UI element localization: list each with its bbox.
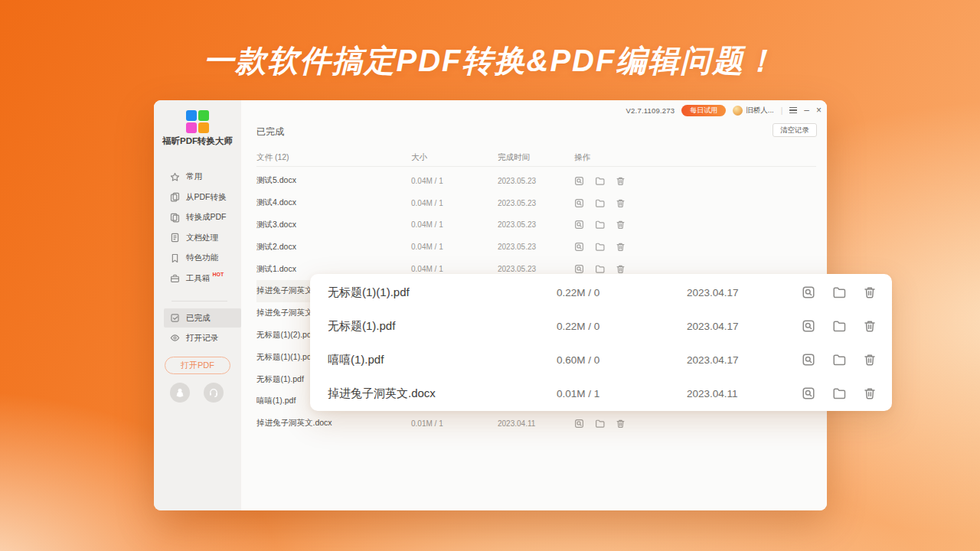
sidebar-item-doc-process[interactable]: 文档处理: [154, 228, 241, 249]
table-header: 文件 (12) 大小 完成时间 操作: [256, 148, 816, 167]
hot-badge: HOT: [213, 272, 224, 277]
magnified-rows-panel: 无标题(1)(1).pdf 0.22M / 0 2023.04.17 无标题(1…: [310, 274, 892, 411]
preview-icon[interactable]: [574, 176, 584, 186]
folder-icon[interactable]: [595, 176, 605, 186]
overlay-row[interactable]: 无标题(1).pdf 0.22M / 0 2023.04.17: [310, 309, 892, 343]
account-menu[interactable]: 旧桥人...: [733, 106, 773, 116]
qq-contact-button[interactable]: [170, 383, 190, 403]
table-row[interactable]: 测试5.docx 0.04M / 1 2023.05.23: [256, 170, 816, 192]
trash-icon[interactable]: [616, 242, 626, 252]
qq-penguin-icon: [175, 387, 185, 398]
table-row[interactable]: 测试4.docx 0.04M / 1 2023.05.23: [256, 192, 816, 214]
trash-icon[interactable]: [616, 264, 626, 274]
page-title: 已完成: [256, 126, 284, 139]
folder-icon[interactable]: [595, 264, 605, 274]
version-label: V2.7.1109.273: [626, 106, 675, 115]
sidebar: 福昕PDF转换大师 常用 从PDF转换 转换成PDF 文档处理 特色功能: [154, 100, 241, 510]
trash-icon[interactable]: [616, 220, 626, 230]
headset-icon: [208, 387, 219, 398]
overlay-row[interactable]: 掉进兔子洞英文.docx 0.01M / 1 2023.04.11: [310, 377, 892, 410]
folder-icon[interactable]: [832, 386, 846, 400]
avatar: [733, 106, 743, 116]
preview-icon[interactable]: [574, 242, 584, 252]
table-row[interactable]: 测试3.docx 0.04M / 1 2023.05.23: [256, 214, 816, 236]
sidebar-item-label: 打开记录: [186, 333, 218, 344]
folder-icon[interactable]: [595, 198, 605, 208]
open-pdf-button[interactable]: 打开PDF: [165, 357, 230, 374]
eye-icon: [170, 333, 180, 343]
sidebar-item-label: 常用: [186, 171, 202, 182]
trash-icon[interactable]: [863, 285, 877, 299]
sidebar-item-toolbox[interactable]: 工具箱 HOT: [154, 269, 241, 289]
sidebar-item-label: 特色功能: [186, 253, 218, 263]
window-titlebar: V2.7.1109.273 每日试用 旧桥人... | – ×: [626, 104, 822, 116]
sidebar-item-label: 转换成PDF: [186, 212, 227, 223]
folder-icon[interactable]: [832, 285, 846, 299]
sidebar-menu: 常用 从PDF转换 转换成PDF 文档处理 特色功能 工具箱 HOT: [154, 167, 241, 289]
logo-orange-square: [198, 122, 209, 133]
customer-service-button[interactable]: [204, 383, 224, 403]
logo-blue-square: [186, 110, 197, 121]
completed-checkbox-icon: [170, 313, 180, 323]
clear-records-button[interactable]: 清空记录: [773, 123, 817, 137]
sidebar-item-label: 从PDF转换: [186, 192, 227, 203]
from-pdf-icon: [170, 192, 180, 202]
trash-icon[interactable]: [863, 386, 877, 400]
preview-icon[interactable]: [802, 353, 815, 367]
app-name: 福昕PDF转换大师: [154, 135, 241, 147]
overlay-row[interactable]: 无标题(1)(1).pdf 0.22M / 0 2023.04.17: [310, 276, 892, 309]
daily-trial-button[interactable]: 每日试用: [681, 105, 726, 116]
hamburger-menu-icon[interactable]: [789, 107, 797, 113]
titlebar-separator: |: [781, 106, 783, 115]
preview-icon[interactable]: [574, 419, 584, 429]
close-button[interactable]: ×: [816, 106, 822, 115]
trash-icon[interactable]: [616, 419, 626, 429]
col-file: 文件 (12): [256, 152, 411, 163]
to-pdf-icon: [170, 213, 180, 223]
logo-green-square: [198, 110, 209, 121]
trash-icon[interactable]: [863, 353, 877, 367]
minimize-button[interactable]: –: [804, 106, 809, 115]
star-icon: [170, 172, 180, 182]
folder-icon[interactable]: [595, 220, 605, 230]
table-row[interactable]: 测试2.docx 0.04M / 1 2023.05.23: [256, 236, 816, 258]
preview-icon[interactable]: [802, 386, 815, 400]
folder-icon[interactable]: [595, 419, 605, 429]
preview-icon[interactable]: [802, 285, 815, 299]
sidebar-divider: [172, 301, 227, 302]
toolbox-icon: [170, 273, 180, 283]
col-ops: 操作: [574, 152, 816, 163]
sidebar-item-from-pdf[interactable]: 从PDF转换: [154, 187, 241, 208]
folder-icon[interactable]: [832, 319, 846, 333]
trash-icon[interactable]: [863, 319, 877, 333]
username-label: 旧桥人...: [746, 106, 773, 116]
sidebar-item-to-pdf[interactable]: 转换成PDF: [154, 207, 241, 228]
bookmark-icon: [170, 253, 180, 263]
folder-icon[interactable]: [595, 242, 605, 252]
sidebar-item-completed[interactable]: 已完成: [164, 308, 241, 328]
hero-headline: 一款软件搞定PDF转换&PDF编辑问题！: [0, 40, 980, 82]
app-logo-icon: [186, 110, 209, 133]
col-time: 完成时间: [498, 152, 574, 163]
table-row[interactable]: 掉进兔子洞英文.docx 0.01M / 1 2023.04.11: [256, 412, 816, 435]
preview-icon[interactable]: [574, 264, 584, 274]
folder-icon[interactable]: [832, 353, 846, 367]
trash-icon[interactable]: [616, 176, 626, 186]
sidebar-item-label: 已完成: [186, 313, 211, 324]
trash-icon[interactable]: [616, 198, 626, 208]
preview-icon[interactable]: [574, 198, 584, 208]
sidebar-item-label: 工具箱: [186, 273, 211, 284]
preview-icon[interactable]: [574, 220, 584, 230]
sidebar-item-common[interactable]: 常用: [154, 167, 241, 187]
sidebar-item-features[interactable]: 特色功能: [154, 248, 241, 269]
sidebar-item-open-history[interactable]: 打开记录: [154, 328, 241, 347]
preview-icon[interactable]: [802, 319, 815, 333]
overlay-row[interactable]: 嘻嘻(1).pdf 0.60M / 0 2023.04.17: [310, 343, 892, 377]
logo-pink-square: [186, 122, 197, 133]
document-icon: [170, 233, 180, 243]
col-size: 大小: [411, 152, 498, 163]
sidebar-item-label: 文档处理: [186, 233, 218, 243]
